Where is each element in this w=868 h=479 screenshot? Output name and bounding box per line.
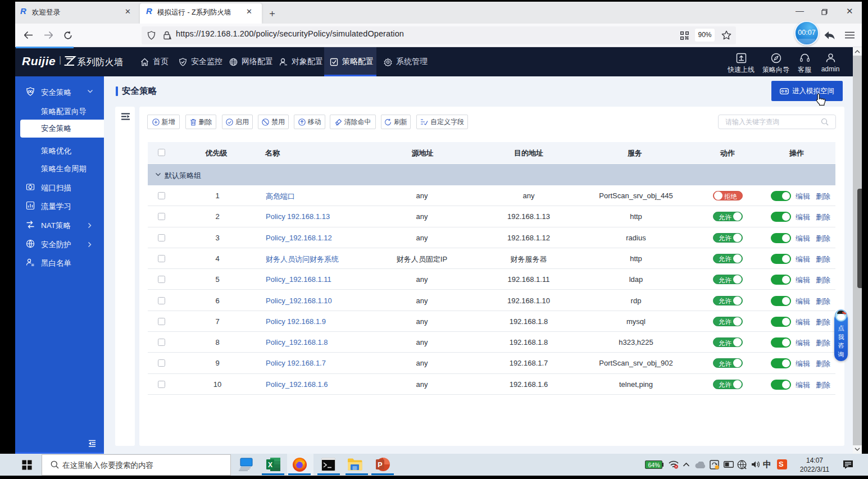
svg-text:P: P [378,461,382,469]
svg-text:X: X [268,461,272,469]
